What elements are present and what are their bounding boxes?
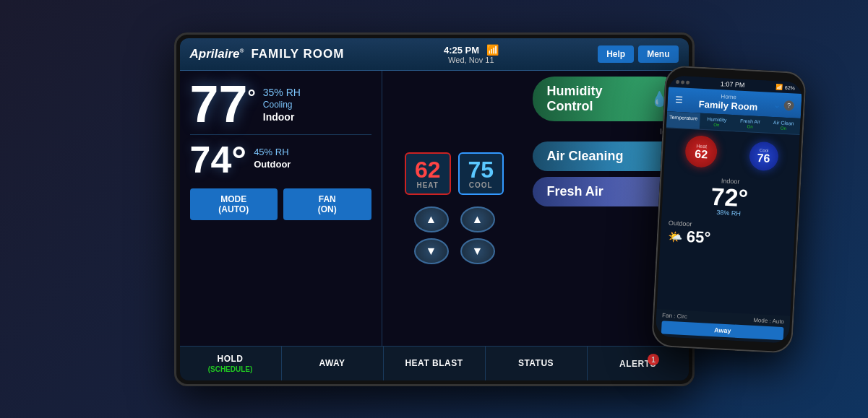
left-panel: 77° 35% RH Cooling Indoor 74° 45% RH Out… [180, 71, 382, 346]
outdoor-temperature: 74° [190, 141, 247, 178]
help-button[interactable]: Help [598, 45, 634, 63]
phone-outdoor-section: Outdoor 🌤️ 65° [660, 216, 795, 255]
cool-down-button[interactable]: ▼ [460, 238, 495, 264]
control-buttons: MODE (AUTO) FAN (ON) [190, 188, 371, 220]
phone-menu-icon[interactable]: ☰ [674, 94, 683, 105]
phone-tab-humidity[interactable]: HumidityOn [700, 113, 734, 130]
alerts-button[interactable]: ALERTS 1 [588, 347, 689, 380]
outdoor-label: Outdoor [254, 159, 291, 170]
cooling-status: Cooling [263, 100, 301, 110]
dot-3 [686, 80, 689, 84]
arrows-group: ▲ ▼ ▲ ▼ [414, 206, 495, 264]
tablet-header: Aprilaire® FAMILY ROOM 4:25 PM 📶 Wed, No… [180, 38, 689, 71]
header-left: Aprilaire® FAMILY ROOM [190, 47, 345, 61]
hold-sub: (SCHEDULE) [208, 365, 253, 373]
brand-logo: Aprilaire® [190, 47, 244, 61]
idle-status: Idle ○ [533, 127, 683, 136]
heat-arrow-col: ▲ ▼ [414, 206, 449, 264]
indoor-rh: 35% RH [263, 87, 301, 98]
cool-value: 75 [468, 158, 494, 181]
phone-footer: Fan : Circ Mode : Auto Away [656, 308, 791, 343]
time-display: 4:25 PM 📶 [444, 44, 499, 56]
phone-tab-fresh-air[interactable]: Fresh AirOn [733, 115, 767, 132]
phone-setpoints: Heat 62 Cool 76 [664, 128, 800, 178]
header-right: Help Menu [598, 45, 678, 63]
humidity-label: Humidity Control [547, 84, 650, 114]
heat-setpoint: 62 HEAT [405, 152, 451, 195]
alert-badge: 1 [648, 354, 659, 365]
phone-time: 1:07 PM [721, 80, 745, 89]
hold-button[interactable]: HOLD (SCHEDULE) [180, 347, 282, 380]
menu-button[interactable]: Menu [638, 45, 678, 63]
outdoor-temp-section: 74° 45% RH Outdoor [190, 141, 371, 183]
heat-label: HEAT [416, 181, 438, 189]
phone-away-button[interactable]: Away [661, 321, 784, 340]
alerts-wrapper: ALERTS 1 [619, 357, 656, 370]
indoor-temp-section: 77° 35% RH Cooling Indoor [190, 78, 371, 135]
cool-arrow-col: ▲ ▼ [460, 206, 495, 264]
phone-indoor-section: Indoor 72° 38% RH [661, 171, 797, 223]
heat-blast-label: HEAT BLAST [405, 358, 463, 368]
phone-outdoor-temp: 65° [686, 227, 711, 248]
tablet-screen: Aprilaire® FAMILY ROOM 4:25 PM 📶 Wed, No… [180, 38, 689, 380]
main-content: 77° 35% RH Cooling Indoor 74° 45% RH Out… [180, 71, 689, 346]
weather-icon: 🌤️ [667, 229, 682, 243]
phone-help-icon[interactable]: ? [783, 100, 794, 110]
header-center: 4:25 PM 📶 Wed, Nov 11 [444, 44, 499, 64]
status-label: STATUS [518, 358, 554, 368]
status-button[interactable]: STATUS [486, 347, 588, 380]
cool-setpoint: 75 COOL [458, 152, 504, 195]
fresh-air-label: Fresh Air [547, 184, 603, 199]
phone-dots [676, 79, 689, 84]
phone-cool-value: 76 [757, 152, 770, 164]
air-cleaning-label: Air Cleaning [547, 149, 624, 164]
away-label: AWAY [319, 358, 345, 368]
cool-up-button[interactable]: ▲ [460, 206, 495, 232]
date-display: Wed, Nov 11 [448, 56, 494, 64]
bottom-bar: HOLD (SCHEDULE) AWAY HEAT BLAST STATUS A… [180, 346, 689, 380]
heat-up-button[interactable]: ▲ [414, 206, 449, 232]
phone-battery: 62% [785, 84, 795, 90]
phone-status-icons: 📶 62% [775, 83, 795, 90]
heat-down-button[interactable]: ▼ [414, 238, 449, 264]
indoor-temperature: 77° [190, 78, 256, 130]
setpoint-group: 62 HEAT 75 COOL [405, 152, 504, 195]
room-title: FAMILY ROOM [251, 47, 344, 61]
wifi-phone-icon: 📶 [775, 83, 783, 90]
phone-heat-circle: Heat 62 [684, 134, 718, 167]
phone-fan-label: Fan : Circ [662, 312, 687, 320]
phone-tab-air-clean[interactable]: Air CleanOn [766, 116, 800, 134]
phone-heat-value: 62 [695, 147, 708, 160]
phone-device: 1:07 PM 📶 62% ☰ Home Family Room ⌄ ? Tem… [651, 65, 807, 354]
indoor-label: Indoor [263, 111, 301, 123]
outdoor-rh: 45% RH [254, 147, 291, 157]
phone-chevron-icon[interactable]: ⌄ [773, 100, 781, 110]
hold-label: HOLD [218, 354, 244, 364]
heat-value: 62 [415, 158, 441, 181]
wifi-icon: 📶 [486, 44, 499, 56]
tablet-device: Aprilaire® FAMILY ROOM 4:25 PM 📶 Wed, No… [174, 32, 695, 386]
fan-button[interactable]: FAN (ON) [283, 188, 371, 220]
mode-button[interactable]: MODE (AUTO) [190, 188, 278, 220]
center-panel: 62 HEAT 75 COOL ▲ ▼ ▲ ▼ [382, 71, 527, 346]
cool-label: COOL [469, 181, 493, 189]
humidity-pill[interactable]: Humidity Control 💧 [533, 77, 683, 121]
dot-1 [676, 79, 679, 83]
indoor-temp-info: 35% RH Cooling Indoor [263, 78, 301, 123]
phone-screen: 1:07 PM 📶 62% ☰ Home Family Room ⌄ ? Tem… [656, 75, 803, 343]
away-button[interactable]: AWAY [282, 347, 384, 380]
dot-2 [681, 79, 684, 83]
phone-tab-temperature[interactable]: Temperature [666, 111, 700, 129]
phone-cool-circle: Cool 76 [749, 141, 779, 171]
outdoor-temp-info: 45% RH Outdoor [254, 141, 291, 170]
phone-mode-label: Mode : Auto [753, 316, 784, 324]
heat-blast-button[interactable]: HEAT BLAST [384, 347, 486, 380]
phone-header-row: ☰ Home Family Room ⌄ ? [674, 90, 794, 114]
